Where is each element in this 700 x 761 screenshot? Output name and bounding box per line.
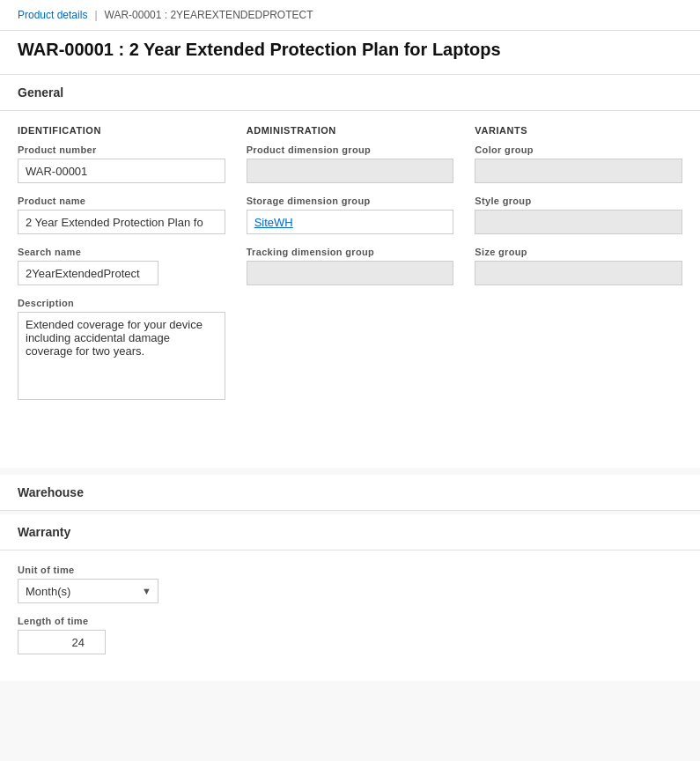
search-name-input[interactable] xyxy=(18,261,158,285)
breadcrumb-separator: | xyxy=(94,9,97,21)
unit-of-time-group: Unit of time Month(s) Year(s) Day(s) ▼ xyxy=(18,565,682,603)
style-group-group: Style group xyxy=(475,196,682,234)
product-dimension-group: Product dimension group xyxy=(247,144,454,183)
tracking-dimension-label: Tracking dimension group xyxy=(247,247,454,257)
breadcrumb-current: WAR-00001 : 2YEAREXTENDEDPROTECT xyxy=(105,9,313,21)
variants-column: VARIANTS Color group Style group Size gr… xyxy=(475,125,682,415)
product-number-input[interactable] xyxy=(18,159,225,183)
search-name-label: Search name xyxy=(18,247,225,257)
color-group-label: Color group xyxy=(475,144,682,155)
style-group-input[interactable] xyxy=(475,210,682,234)
length-of-time-group: Length of time xyxy=(18,616,682,654)
length-of-time-label: Length of time xyxy=(18,616,682,626)
product-name-label: Product name xyxy=(18,196,225,206)
style-group-label: Style group xyxy=(475,196,682,206)
page-title: WAR-00001 : 2 Year Extended Protection P… xyxy=(0,31,700,75)
general-section-header[interactable]: General xyxy=(0,75,700,111)
color-group-group: Color group xyxy=(475,144,682,183)
identification-column: IDENTIFICATION Product number Product na… xyxy=(18,125,225,415)
product-name-input[interactable] xyxy=(18,210,225,234)
administration-column: ADMINISTRATION Product dimension group S… xyxy=(247,125,454,415)
general-section-body: IDENTIFICATION Product number Product na… xyxy=(0,111,700,468)
tracking-dimension-group: Tracking dimension group xyxy=(247,247,454,285)
warranty-section: Warranty Unit of time Month(s) Year(s) D… xyxy=(0,514,700,681)
description-group: Description Extended coverage for your d… xyxy=(18,298,225,403)
unit-of-time-select[interactable]: Month(s) Year(s) Day(s) xyxy=(18,579,158,603)
general-section: General IDENTIFICATION Product number Pr… xyxy=(0,75,700,468)
product-dimension-label: Product dimension group xyxy=(247,144,454,155)
unit-of-time-label: Unit of time xyxy=(18,565,682,575)
warehouse-section-header[interactable]: Warehouse xyxy=(0,475,700,511)
color-group-input[interactable] xyxy=(475,159,682,183)
length-of-time-input[interactable] xyxy=(18,630,106,654)
search-name-group: Search name xyxy=(18,247,225,285)
product-number-group: Product number xyxy=(18,144,225,183)
size-group-input[interactable] xyxy=(475,261,682,285)
unit-of-time-wrapper: Month(s) Year(s) Day(s) ▼ xyxy=(18,579,158,603)
administration-header: ADMINISTRATION xyxy=(247,125,454,136)
description-textarea[interactable]: Extended coverage for your device includ… xyxy=(18,312,225,400)
warranty-section-header[interactable]: Warranty xyxy=(0,514,700,550)
storage-dimension-link[interactable]: SiteWH xyxy=(247,210,454,234)
breadcrumb: Product details | WAR-00001 : 2YEAREXTEN… xyxy=(0,0,700,31)
description-label: Description xyxy=(18,298,225,308)
product-number-label: Product number xyxy=(18,144,225,155)
tracking-dimension-input[interactable] xyxy=(247,261,454,285)
size-group-group: Size group xyxy=(475,247,682,285)
warranty-section-body: Unit of time Month(s) Year(s) Day(s) ▼ L… xyxy=(0,550,700,681)
identification-header: IDENTIFICATION xyxy=(18,125,225,136)
product-dimension-input[interactable] xyxy=(247,159,454,183)
warehouse-section: Warehouse xyxy=(0,475,700,511)
storage-dimension-label: Storage dimension group xyxy=(247,196,454,206)
variants-header: VARIANTS xyxy=(475,125,682,136)
product-name-group: Product name xyxy=(18,196,225,234)
breadcrumb-link[interactable]: Product details xyxy=(18,9,87,21)
storage-dimension-group: Storage dimension group SiteWH xyxy=(247,196,454,234)
size-group-label: Size group xyxy=(475,247,682,257)
general-grid: IDENTIFICATION Product number Product na… xyxy=(18,125,682,415)
